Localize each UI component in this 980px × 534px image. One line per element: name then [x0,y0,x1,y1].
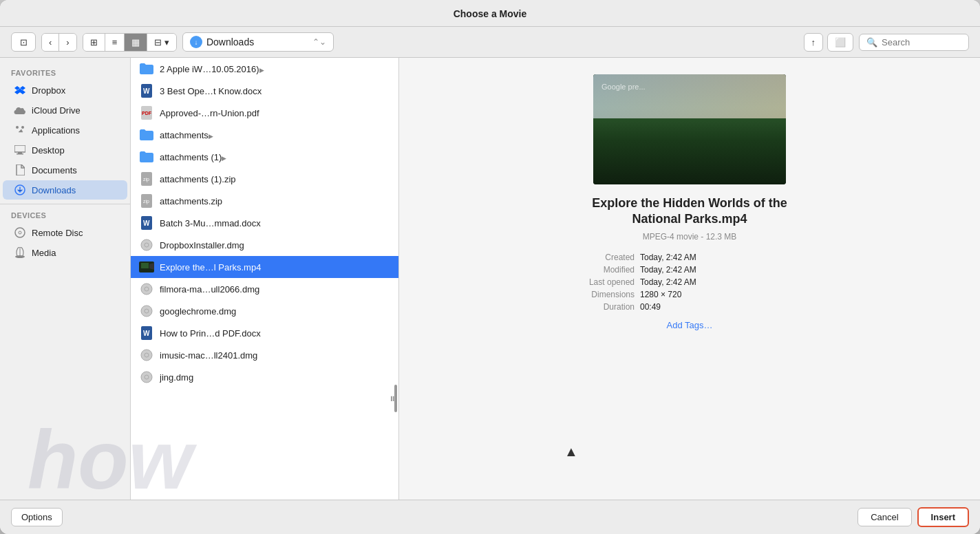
svg-point-33 [141,372,152,383]
forward-icon: › [66,37,69,47]
word-icon: W [139,215,154,231]
list-item-selected[interactable]: Explore the…l Parks.mp4 [131,256,398,278]
dialog-title: Choose a Movie [0,8,980,19]
svg-text:zip: zip [143,177,149,182]
file-chooser-dialog: Choose a Movie ⊡ ‹ › ⊞ ≡ ▦ ⊟ ▾ [0,0,980,534]
list-view-icon: ≡ [112,37,118,47]
media-icon [14,246,26,259]
tags-button[interactable]: ⬜ [827,33,853,52]
preview-type: MPEG-4 movie - 12.3 MB [643,232,737,242]
list-item[interactable]: attachments [131,124,398,146]
folder-icon [139,127,154,142]
file-name: Batch 3-Mu…mmad.docx [160,218,390,228]
dmg-icon [139,303,154,319]
word-icon: W [139,325,154,341]
sidebar-item-downloads[interactable]: Downloads [3,180,127,200]
location-dropdown[interactable]: ↓ Downloads ⌃⌄ [182,32,334,52]
sidebar-item-desktop[interactable]: Desktop [3,140,127,160]
sidebar-item-applications[interactable]: Applications [3,120,127,140]
thumbnail-forest-bg: Google pre... [593,74,786,184]
sidebar-item-dropbox[interactable]: Dropbox [3,81,127,100]
file-name: attachments (1) [160,152,390,162]
thumbnail-sky [593,74,786,118]
preview-thumbnail: Google pre... [593,74,786,184]
svg-text:PDF: PDF [142,111,152,116]
list-item[interactable]: zip attachments (1).zip [131,168,398,190]
location-name: Downloads [206,36,308,47]
cancel-button[interactable]: Cancel [858,508,911,526]
dmg-icon [139,370,154,385]
meta-duration-label: Duration [573,302,635,312]
file-name: googlechrome.dmg [160,306,390,317]
svg-rect-3 [18,152,22,153]
gallery-view-button[interactable]: ⊟ ▾ [147,34,176,51]
search-box[interactable]: 🔍 [859,34,969,51]
file-name: Explore the…l Parks.mp4 [160,262,390,273]
list-item[interactable]: googlechrome.dmg [131,300,398,322]
options-button[interactable]: Options [11,508,63,526]
thumbnail-overlay-text: Google pre... [601,83,646,91]
applications-icon [14,124,26,136]
favorites-label: Favorites [0,66,130,80]
sidebar-item-label: Applications [32,125,80,136]
meta-last-opened-label: Last opened [573,277,635,287]
list-item[interactable]: imusic-mac…ll2401.dmg [131,344,398,366]
desktop-icon [14,144,26,156]
list-item[interactable]: W 3 Best Ope…t Know.docx [131,80,398,102]
add-tags-link[interactable]: Add Tags… [667,320,713,330]
list-item[interactable]: W Batch 3-Mu…mmad.docx [131,212,398,234]
sidebar-divider [0,204,130,204]
sidebar-item-label: Downloads [32,185,76,195]
list-view-button[interactable]: ≡ [105,34,125,51]
sidebar-item-remote[interactable]: Remote Disc [3,223,127,242]
list-item[interactable]: W How to Prin…d PDF.docx [131,322,398,344]
svg-point-1 [21,126,24,129]
file-name: jing.dmg [160,372,390,383]
column-view-icon: ▦ [131,37,140,47]
folder-icon [139,149,154,164]
nav-group: ‹ › [41,33,77,52]
action-buttons: ↑ ⬜ [804,33,854,52]
list-item[interactable]: filmora-ma…ull2066.dmg [131,278,398,300]
forward-button[interactable]: › [59,34,76,51]
location-icon: ↓ [190,36,202,48]
zip-icon: zip [139,171,154,186]
gallery-view-icon: ⊟ ▾ [154,37,169,47]
list-item[interactable]: PDF Approved-…rn-Union.pdf [131,102,398,124]
meta-modified: Modified Today, 2:42 AM [573,265,807,275]
list-item[interactable]: 2 Apple iW…10.05.2016) [131,58,398,80]
file-name: attachments [160,130,390,140]
sidebar-item-label: Dropbox [32,85,65,96]
meta-last-opened-value: Today, 2:42 AM [640,277,696,287]
list-item[interactable]: jing.dmg [131,366,398,388]
chevron-updown-icon: ⌃⌄ [312,37,326,47]
meta-dimensions: Dimensions 1280 × 720 [573,290,807,299]
insert-button[interactable]: Insert [917,507,969,527]
sidebar-item-icloud[interactable]: iCloud Drive [3,100,127,120]
meta-duration: Duration 00:49 [573,302,807,312]
list-item[interactable]: DropboxInstaller.dmg [131,234,398,256]
word-icon: W [139,83,154,98]
icon-view-button[interactable]: ⊞ [83,34,105,51]
content-area: Favorites Dropbox [0,58,980,500]
back-button[interactable]: ‹ [42,34,59,51]
sidebar-item-media[interactable]: Media [3,243,127,262]
list-item[interactable]: attachments (1) [131,146,398,168]
sidebar-toggle-button[interactable]: ⊡ [11,32,36,52]
sidebar-item-documents[interactable]: Documents [3,160,127,180]
svg-text:W: W [143,220,150,227]
share-button[interactable]: ↑ [804,33,824,52]
bottom-bar: Options Cancel Insert [0,500,980,534]
preview-filename: Explore the Hidden Worlds of the Nationa… [579,195,800,228]
svg-rect-2 [14,145,25,152]
sidebar-item-label: Remote Disc [32,228,83,238]
file-name: imusic-mac…ll2401.dmg [160,350,390,361]
svg-text:W: W [143,330,150,337]
column-view-button[interactable]: ▦ [125,34,147,51]
search-input[interactable] [882,37,950,47]
file-name: Approved-…rn-Union.pdf [160,108,390,118]
dmg-icon [139,237,154,253]
documents-icon [14,164,26,176]
meta-last-opened: Last opened Today, 2:42 AM [573,277,807,287]
list-item[interactable]: zip attachments.zip [131,190,398,212]
